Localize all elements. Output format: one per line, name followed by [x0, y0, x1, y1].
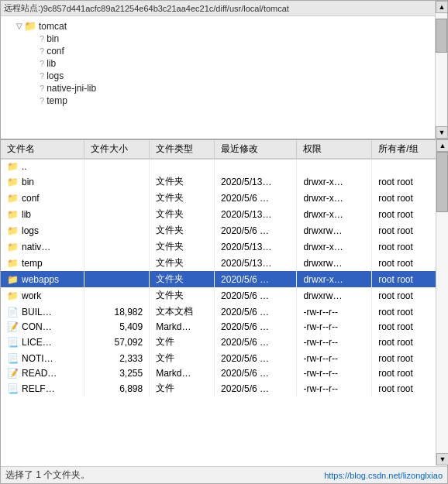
col-header-type[interactable]: 文件类型 — [150, 140, 215, 159]
col-header-perm[interactable]: 权限 — [297, 140, 372, 159]
tree-label-temp: temp — [47, 95, 67, 106]
v-scroll-track-top[interactable] — [436, 13, 447, 126]
cell-name: 📁bin — [1, 173, 84, 190]
tree-label-native: native-jni-lib — [47, 83, 96, 94]
cell-size — [84, 190, 150, 206]
table-row[interactable]: 📁lib文件夹2020/5/13…drwxr-x…root root — [1, 206, 447, 222]
cell-name: 📝CON… — [1, 320, 84, 334]
bottom-scroll-up[interactable]: ▲ — [436, 139, 448, 152]
cell-size — [84, 271, 150, 287]
col-header-date[interactable]: 最近修改 — [215, 140, 297, 159]
cell-perm: drwxrw… — [297, 222, 372, 239]
remote-label: 远程站点: — [4, 2, 40, 14]
tree-item-native-jni-lib[interactable]: ? native-jni-lib — [1, 82, 447, 94]
tree-label-logs: logs — [47, 70, 64, 81]
table-row[interactable]: 📁logs文件夹2020/5/6 …drwxrw…root root — [1, 222, 447, 239]
top-right-scrollbar[interactable]: ▲ ▼ — [435, 1, 447, 139]
cell-name: 📁work — [1, 287, 84, 304]
status-bar: 选择了 1 个文件夹。 https://blog.csdn.net/lizong… — [1, 466, 447, 483]
cell-date: 2020/5/6 … — [215, 350, 297, 366]
cell-perm: drwxr-x… — [297, 239, 372, 255]
cell-name: 📁lib — [1, 206, 84, 222]
table-row[interactable]: 📃LICE…57,092文件2020/5/6 …-rw-r--r--root r… — [1, 334, 447, 350]
folder-icon: 📁 — [7, 290, 19, 301]
cell-perm: drwxrw… — [297, 255, 372, 271]
cell-perm: -rw-r--r-- — [297, 320, 372, 334]
cell-type: Markd… — [150, 320, 215, 334]
table-row[interactable]: 📁conf文件夹2020/5/6 …drwxr-x…root root — [1, 190, 447, 206]
question-icon-native: ? — [40, 84, 44, 93]
tree-item-bin[interactable]: ? bin — [1, 33, 447, 45]
bottom-v-thumb[interactable] — [436, 152, 448, 212]
bottom-right-scrollbar[interactable]: ▲ ▼ — [436, 139, 448, 465]
cell-perm: -rw-r--r-- — [297, 334, 372, 350]
tree-area: ▽ 📁 tomcat ? bin ? conf ? — [1, 16, 447, 136]
cell-size — [84, 159, 150, 173]
cell-size — [84, 206, 150, 222]
status-right-link[interactable]: https://blog.csdn.net/lizonglxiao — [324, 471, 443, 480]
md-icon: 📝 — [7, 368, 19, 379]
cell-name: 📃RELF… — [1, 380, 84, 396]
table-row[interactable]: 📃NOTI…2,333文件2020/5/6 …-rw-r--r--root ro… — [1, 350, 447, 366]
file-icon: 📃 — [7, 383, 19, 394]
cell-date: 2020/5/6 … — [215, 222, 297, 239]
table-row[interactable]: 📁.. — [1, 159, 447, 173]
tree-item-logs[interactable]: ? logs — [1, 70, 447, 82]
cell-date: 2020/5/6 … — [215, 320, 297, 334]
cell-perm — [297, 159, 372, 173]
folder-icon: 📁 — [7, 242, 19, 252]
status-text: 选择了 1 个文件夹。 — [5, 469, 90, 482]
cell-size: 18,982 — [84, 304, 150, 320]
cell-type: 文件夹 — [150, 239, 215, 255]
folder-icon-tomcat: 📁 — [24, 20, 36, 32]
file-icon: 📃 — [7, 337, 19, 348]
tree-item-tomcat[interactable]: ▽ 📁 tomcat — [1, 19, 447, 33]
file-tbody: 📁..📁bin文件夹2020/5/13…drwxr-x…root root📁co… — [1, 159, 447, 396]
cell-type: 文件夹 — [150, 222, 215, 239]
cell-perm: drwxrw… — [297, 287, 372, 304]
table-row[interactable]: 📝CON…5,409Markd…2020/5/6 …-rw-r--r--root… — [1, 320, 447, 334]
cell-date: 2020/5/6 … — [215, 366, 297, 380]
table-row[interactable]: 📁nativ…文件夹2020/5/13…drwxr-x…root root — [1, 239, 447, 255]
bottom-scroll-down[interactable]: ▼ — [436, 453, 448, 465]
cell-perm: -rw-r--r-- — [297, 380, 372, 396]
cell-date: 2020/5/6 … — [215, 190, 297, 206]
folder-icon: 📁 — [7, 258, 19, 269]
cell-type — [150, 159, 215, 173]
cell-size — [84, 222, 150, 239]
table-row[interactable]: 📁bin文件夹2020/5/13…drwxr-x…root root — [1, 173, 447, 190]
cell-size: 6,898 — [84, 380, 150, 396]
tree-item-lib[interactable]: ? lib — [1, 57, 447, 70]
col-header-name[interactable]: 文件名 — [1, 140, 84, 159]
question-icon-lib: ? — [40, 59, 44, 68]
table-row[interactable]: 📁webapps文件夹2020/5/6 …drwxr-x…root root — [1, 271, 447, 287]
cell-name: 📁logs — [1, 222, 84, 239]
table-row[interactable]: 📝READ…3,255Markd…2020/5/6 …-rw-r--r--roo… — [1, 366, 447, 380]
up-icon: 📁 — [7, 161, 19, 172]
table-row[interactable]: 📃RELF…6,898文件2020/5/6 …-rw-r--r--root ro… — [1, 380, 447, 396]
cell-perm: drwxr-x… — [297, 190, 372, 206]
tree-item-temp[interactable]: ? temp — [1, 94, 447, 107]
cell-name: 📃NOTI… — [1, 350, 84, 366]
scroll-up-arrow[interactable]: ▲ — [436, 1, 448, 13]
question-icon-temp: ? — [40, 96, 44, 105]
expand-icon: ▽ — [16, 22, 22, 30]
cell-name: 📁.. — [1, 159, 84, 173]
col-header-size[interactable]: 文件大小 — [84, 140, 150, 159]
cell-name: 📁nativ… — [1, 239, 84, 255]
table-row[interactable]: 📁work文件夹2020/5/6 …drwxrw…root root — [1, 287, 447, 304]
bottom-v-track[interactable] — [436, 152, 448, 453]
tree-label-bin: bin — [47, 33, 59, 44]
cell-type: 文件夹 — [150, 271, 215, 287]
remote-path: )9c857d441acfc89a21254e64b3c21aa4ec21c/d… — [40, 4, 289, 13]
table-row[interactable]: 📄BUIL…18,982文本文档2020/5/6 …-rw-r--r--root… — [1, 304, 447, 320]
v-scroll-thumb-top[interactable] — [436, 19, 447, 53]
cell-name: 📃LICE… — [1, 334, 84, 350]
table-row[interactable]: 📁temp文件夹2020/5/13…drwxrw…root root — [1, 255, 447, 271]
cell-date: 2020/5/6 … — [215, 287, 297, 304]
cell-type: 文件夹 — [150, 255, 215, 271]
scroll-down-arrow[interactable]: ▼ — [436, 126, 448, 139]
cell-date: 2020/5/6 … — [215, 304, 297, 320]
tree-item-conf[interactable]: ? conf — [1, 45, 447, 57]
cell-perm: drwxr-x… — [297, 173, 372, 190]
